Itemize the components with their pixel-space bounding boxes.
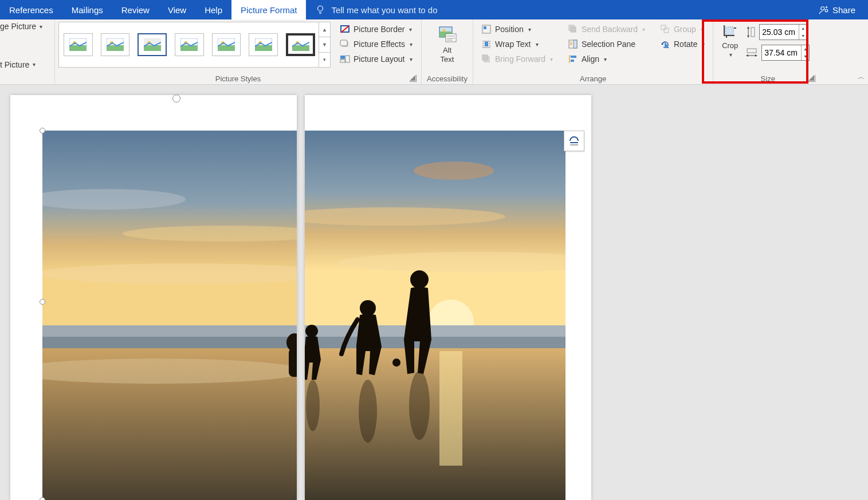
wrap-text-label: Wrap Text [495,40,531,49]
height-spinner: ▲ ▼ [799,25,807,40]
reset-picture-label: t Picture [0,60,29,69]
height-field[interactable] [760,25,799,40]
picture-border-icon [340,24,350,34]
width-icon [745,48,758,58]
reset-picture-button[interactable]: t Picture ▾ [0,60,51,69]
selection-handle[interactable] [40,497,45,500]
width-field[interactable] [762,45,801,60]
svg-rect-38 [484,26,486,29]
send-backward-button[interactable]: Send Backward ▾ [565,23,647,36]
inserted-picture-left[interactable] [42,131,297,500]
picture-styles-label-text: Picture Styles [215,74,261,83]
picture-styles-group: ▲ ▼ ▾ Picture Border ▾ Picture Effects ▾ [55,19,422,84]
change-picture-label: ge Picture [0,22,36,31]
tell-me-search[interactable]: Tell me what you want to do [306,0,446,19]
svg-rect-13 [180,45,198,51]
selection-pane-icon [568,39,578,49]
style-thumb-1[interactable] [64,33,93,56]
svg-point-94 [306,380,320,431]
style-thumb-6[interactable] [249,33,278,56]
layout-options-button[interactable] [564,131,584,151]
send-backward-icon [568,24,578,34]
picture-styles-gallery[interactable]: ▲ ▼ ▾ [58,22,331,68]
svg-point-88 [410,270,429,289]
width-up[interactable]: ▲ [802,45,809,53]
adjust-group-partial: ge Picture ▾ t Picture ▾ [0,19,55,84]
svg-rect-39 [485,42,488,46]
size-label-text: Size [761,74,775,83]
alt-text-label-1: Alt [443,46,451,55]
svg-rect-64 [747,49,756,53]
arrange-group-label: Arrange [477,73,709,83]
svg-point-0 [318,6,323,11]
svg-rect-28 [345,56,349,62]
style-thumb-3[interactable] [138,33,167,56]
change-picture-button[interactable]: ge Picture ▾ [0,22,51,31]
document-surface[interactable] [0,85,868,500]
tab-mailings[interactable]: Mailings [62,0,112,19]
tab-picture-format[interactable]: Picture Format [231,0,306,19]
picture-layout-icon [340,54,350,64]
width-input[interactable]: ▲ ▼ [761,45,810,61]
gallery-scroll: ▲ ▼ ▾ [319,22,330,67]
align-button[interactable]: Align ▾ [565,53,647,65]
picture-effects-button[interactable]: Picture Effects ▾ [337,38,415,50]
tab-references[interactable]: References [0,0,62,19]
lightbulb-icon [315,5,325,15]
dialog-launcher-icon[interactable] [410,75,417,82]
svg-marker-62 [747,26,749,29]
chevron-down-icon: ▾ [729,52,732,58]
picture-layout-button[interactable]: Picture Layout ▾ [337,53,415,65]
tab-review[interactable]: Review [112,0,159,19]
chevron-down-icon: ▾ [410,56,413,62]
inserted-picture-right[interactable] [305,131,565,500]
svg-rect-33 [446,34,456,42]
rotate-button[interactable]: Rotate ▾ [658,38,707,50]
selection-handle[interactable] [40,128,45,133]
position-button[interactable]: Position ▾ [479,23,555,36]
svg-rect-56 [664,28,669,33]
selection-pane-button[interactable]: Selection Pane [565,38,647,50]
chevron-down-icon: ▾ [536,41,539,48]
position-label: Position [495,25,524,34]
style-thumb-2[interactable] [101,33,130,56]
tab-help[interactable]: Help [195,0,231,19]
rotate-handle[interactable] [172,95,180,103]
style-thumb-5[interactable] [212,33,241,56]
share-button[interactable]: Share [806,0,868,19]
width-down[interactable]: ▼ [802,53,809,60]
chevron-down-icon: ▾ [604,56,607,62]
bring-forward-button[interactable]: Bring Forward ▾ [479,53,555,65]
align-label: Align [582,54,599,64]
picture-border-button[interactable]: Picture Border ▾ [337,23,415,36]
chevron-down-icon: ▾ [40,23,42,30]
width-spinner: ▲ ▼ [801,45,809,60]
height-up[interactable]: ▲ [799,25,807,32]
svg-rect-47 [482,55,488,60]
height-down[interactable]: ▼ [799,32,807,40]
wrap-text-button[interactable]: Wrap Text ▾ [479,38,555,50]
chevron-down-icon: ▾ [701,26,704,33]
tab-view[interactable]: View [159,0,195,19]
alt-text-button[interactable]: Alt Text [433,22,462,66]
svg-rect-29 [340,60,345,62]
gallery-scroll-down[interactable]: ▼ [319,37,330,52]
svg-point-93 [359,380,377,443]
crop-button[interactable]: Crop ▾ [719,22,741,60]
page-2 [305,95,591,500]
style-thumb-7[interactable] [286,33,315,56]
dialog-launcher-icon[interactable] [808,75,815,82]
height-input[interactable]: ▲ ▼ [759,24,807,40]
page-1 [10,95,297,500]
gallery-more-button[interactable]: ▾ [319,53,330,67]
svg-rect-53 [571,56,576,58]
group-button[interactable]: Group ▾ [658,23,707,36]
svg-marker-63 [747,36,749,38]
alt-text-icon [437,24,458,45]
selection-handle[interactable] [40,299,45,305]
style-thumb-4[interactable] [175,33,204,56]
gallery-scroll-up[interactable]: ▲ [319,22,330,37]
rotate-label: Rotate [674,40,697,49]
collapse-ribbon-icon[interactable]: ︿ [858,72,865,82]
svg-rect-86 [305,348,565,500]
